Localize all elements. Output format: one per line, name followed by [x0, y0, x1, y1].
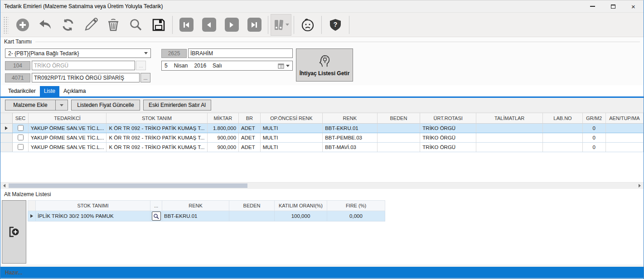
search-button[interactable]: [125, 14, 147, 35]
cell-renk: BBT-EKRU.01: [323, 124, 377, 133]
column-header-op-oncesi-renk[interactable]: OP.ÖNCESİ RENK: [260, 113, 322, 124]
column-header-miktar[interactable]: MİKTAR: [207, 113, 239, 124]
status-bar: Hazır...: [0, 267, 644, 278]
archive-button[interactable]: [271, 14, 291, 36]
kart-tanimi-section: Kart Tanımı 2- {PBT}{Plana Bağlı Tedarik…: [0, 37, 644, 85]
tedarik-tipi-select[interactable]: 2- {PBT}{Plana Bağlı Tedarik}: [5, 48, 151, 58]
trash-icon: [106, 18, 121, 32]
date-day: 5: [165, 63, 168, 69]
nav-first-button[interactable]: [175, 14, 198, 35]
row-select-checkbox[interactable]: [18, 135, 24, 140]
cell-aen: [605, 143, 643, 152]
tab-liste[interactable]: Liste: [40, 86, 59, 96]
column-header-beden[interactable]: BEDEN: [377, 113, 420, 124]
column-header-aen-tup-ma[interactable]: AEN/TUP/MA: [605, 113, 643, 124]
column-header-br[interactable]: BR: [239, 113, 261, 124]
malzeme-ekle-split-button[interactable]: Malzeme Ekle: [5, 100, 68, 111]
nav-next-button[interactable]: [220, 14, 243, 35]
column-header-renk[interactable]: RENK: [323, 113, 377, 124]
actions-toolbar: Malzeme Ekle Listeden Fiyat Güncelle Esk…: [0, 98, 644, 113]
scroll-left-arrow-icon[interactable]: [3, 184, 5, 188]
add-sub-material-button[interactable]: [2, 200, 26, 264]
undo-button[interactable]: [34, 14, 57, 35]
minimize-button[interactable]: [582, 0, 603, 12]
row-select-checkbox[interactable]: [18, 144, 24, 150]
row-indicator-arrow: [5, 126, 8, 130]
close-button[interactable]: ×: [623, 0, 644, 12]
column-header-lab-no[interactable]: LAB.NO: [543, 113, 582, 124]
cell-miktar: 1.800,000: [207, 124, 239, 133]
scroll-right-arrow-icon[interactable]: [639, 184, 641, 188]
row-select-checkbox[interactable]: [18, 125, 24, 131]
app-window: Tedarik Emirleri (Malzeme Satınalma veya…: [0, 0, 644, 279]
cell-tedarikci: YAKUP ÖRME SAN.VE TİC.L...: [28, 133, 107, 143]
siparis-browse-button[interactable]: ...: [140, 73, 150, 82]
cell-stok-tanim: K ÖR TR 092 - TRİKO PATİK KUMAŞ T...: [107, 133, 207, 143]
title-bar: Tedarik Emirleri (Malzeme Satınalma veya…: [0, 0, 644, 13]
horizontal-scrollbar[interactable]: [0, 182, 644, 189]
eski-emirlerden-satir-al-button[interactable]: Eski Emirlerden Satır Al: [143, 100, 211, 111]
cell-stok-tanim: K ÖR TR 092 - TRİKO PATİK KUMAŞ T...: [107, 143, 207, 152]
cell-lab-no: [543, 124, 582, 133]
column-header-gr-m2[interactable]: GR/M2: [582, 113, 605, 124]
malzeme-ekle-button[interactable]: Malzeme Ekle: [5, 100, 56, 111]
cell-tedarikci: YAKUP ÖRME SAN.VE TİC.L...: [28, 124, 107, 133]
table-row[interactable]: İPLİK TRİKO 30/2 100% PAMUK BBT-EKRU.01 …: [28, 211, 385, 221]
nav-last-button[interactable]: [243, 14, 266, 35]
column-header-renk[interactable]: RENK: [162, 201, 229, 211]
tab-strip: Tedarikciler Liste Açıklama: [0, 85, 644, 96]
tab-aciklama[interactable]: Açıklama: [59, 86, 90, 96]
column-header-stok-tanim[interactable]: STOK TANIM: [107, 113, 207, 124]
help-button[interactable]: ?: [324, 14, 347, 35]
cell-br: ADET: [239, 143, 261, 152]
column-header-browse[interactable]: ...: [150, 201, 162, 211]
row-indicator-arrow: [30, 214, 33, 218]
column-header-stok-tanimi[interactable]: STOK TANIMI: [36, 201, 150, 211]
column-header-tedarikci[interactable]: TEDARİKCİ: [28, 113, 107, 124]
column-header-beden[interactable]: BEDEN: [229, 201, 275, 211]
siparis-input[interactable]: TR092RPT/1 TRİKO ÖRGÜ SİPARİŞ: [32, 73, 140, 82]
toolbar-grip[interactable]: [3, 16, 9, 34]
nav-previous-button[interactable]: [198, 14, 220, 35]
column-header-sec[interactable]: SEC: [13, 113, 28, 124]
date-picker[interactable]: 5 Nisan 2016 Salı: [161, 61, 293, 71]
rota-input[interactable]: TRİKO ÖRGÜ: [32, 61, 135, 70]
ihtiyac-listesi-getir-button[interactable]: İhtiyaç Listesi Getir: [296, 48, 353, 82]
toolbar-separator: [172, 16, 173, 34]
delete-button[interactable]: [102, 14, 125, 35]
cell-beden: [377, 124, 420, 133]
plus-circle-icon: [15, 18, 30, 32]
row-indicator-header: [0, 113, 13, 124]
cell-tedarikci: YAKUP ÖRME SAN.VE TİC.L...: [28, 143, 107, 152]
cell-renk: BBT-MAVİ.03: [323, 143, 377, 152]
malzeme-ekle-dropdown[interactable]: [56, 100, 68, 111]
cell-talimatlar: [476, 133, 543, 143]
table-row[interactable]: YAKUP ÖRME SAN.VE TİC.L... K ÖR TR 092 -…: [0, 143, 644, 152]
save-button[interactable]: [147, 14, 170, 35]
edit-button[interactable]: [79, 14, 102, 35]
cell-beden: [377, 133, 420, 143]
skip-last-icon: [250, 21, 258, 29]
cell-renk: BBT-PEMBE.03: [323, 133, 377, 143]
kart-tanimi-label: Kart Tanımı: [4, 38, 32, 45]
row-search-button[interactable]: [152, 212, 161, 221]
feedback-button[interactable]: [296, 14, 319, 35]
column-header-urt-rotasi[interactable]: ÜRT.ROTASI: [420, 113, 476, 124]
maximize-button[interactable]: [603, 0, 623, 12]
scrollbar-thumb[interactable]: [9, 183, 247, 188]
add-record-button[interactable]: [11, 14, 34, 35]
refresh-button[interactable]: [57, 14, 79, 35]
tedarik-tipi-value: 2- {PBT}{Plana Bağlı Tedarik}: [8, 50, 79, 57]
listeden-fiyat-guncelle-button[interactable]: Listeden Fiyat Güncelle: [71, 100, 140, 111]
chevron-down-icon: [60, 104, 63, 106]
tab-tedarikciler[interactable]: Tedarikciler: [4, 86, 40, 96]
table-row[interactable]: YAKUP ÖRME SAN.VE TİC.L... K ÖR TR 092 -…: [0, 133, 644, 143]
column-header-fire[interactable]: FIRE (%): [327, 201, 385, 211]
undo-arrow-icon: [38, 18, 53, 32]
personel-input[interactable]: İBRAHİM: [188, 48, 293, 58]
column-header-talimatlar[interactable]: TALİMATLAR: [476, 113, 543, 124]
column-header-katilim-orani[interactable]: KATILIM ORANI(%): [275, 201, 327, 211]
rota-browse-button: ...: [136, 61, 146, 70]
close-icon: ×: [631, 3, 635, 10]
table-row[interactable]: YAKUP ÖRME SAN.VE TİC.L... K ÖR TR 092 -…: [0, 124, 644, 133]
